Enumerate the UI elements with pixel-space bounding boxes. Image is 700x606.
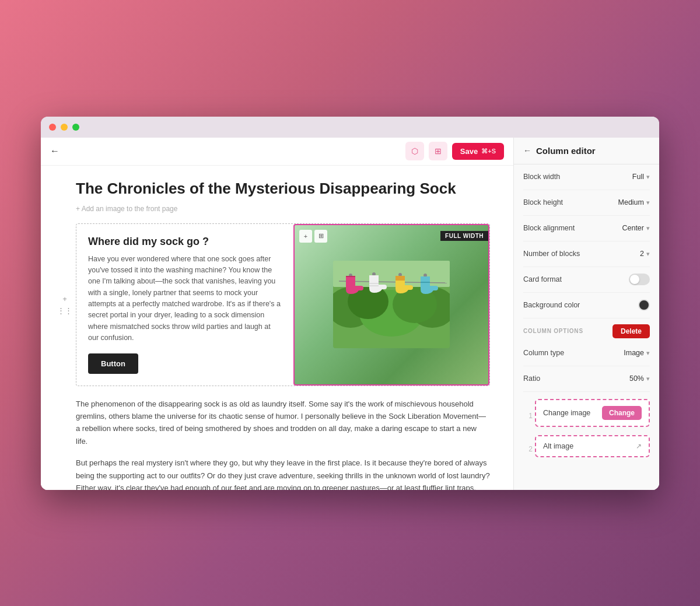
col-cta-button[interactable]: Button [88, 353, 138, 374]
block-alignment-value: Center [622, 224, 644, 232]
toggle-knob [630, 275, 639, 284]
panel-back-button[interactable]: ← [523, 146, 531, 155]
add-image-hint[interactable]: + Add an image to the front page [76, 205, 490, 213]
dot-maximize[interactable] [72, 124, 79, 131]
toolbar-left: ← [50, 146, 60, 156]
col-num-2: 2 [523, 443, 533, 453]
change-image-row: Change image Change [535, 399, 650, 427]
block-alignment-label: Block alignment [523, 224, 575, 232]
grid-button[interactable]: ⊞ [429, 142, 447, 160]
ratio-value: 50% [629, 374, 644, 383]
card-format-toggle[interactable] [629, 274, 650, 285]
bg-color-row: Background color [523, 293, 650, 318]
block-height-row: Block height Medium ▾ [523, 190, 650, 216]
alt-image-row-wrapper: 2 Alt image ↗ [514, 433, 659, 463]
image-fields-section: 1 Change image Change 2 Alt image ↗ [514, 392, 659, 468]
ratio-chevron-icon: ▾ [646, 375, 650, 383]
ratio-label: Ratio [523, 374, 540, 383]
num-blocks-select[interactable]: 2 ▾ [640, 250, 650, 258]
external-link-button[interactable]: ⬡ [405, 142, 424, 160]
browser-content: ← ⬡ ⊞ Save ⌘+S The Chronicle [41, 138, 659, 490]
col-options-rows: Column type Image ▾ Ratio 50% ▾ [514, 341, 659, 392]
col-heading: Where did my sock go ? [88, 236, 282, 248]
num-blocks-value: 2 [640, 250, 644, 258]
block-height-chevron-icon: ▾ [646, 199, 650, 206]
save-button[interactable]: Save ⌘+S [452, 143, 504, 160]
block-width-value: Full [632, 173, 644, 181]
column-type-row: Column type Image ▾ [523, 341, 650, 366]
panel-fields-section: Block width Full ▾ Block height Medium ▾ [514, 164, 659, 318]
ratio-select[interactable]: 50% ▾ [629, 374, 650, 383]
block-width-label: Block width [523, 173, 560, 181]
bg-color-swatch[interactable] [638, 299, 650, 311]
save-label: Save [460, 147, 478, 156]
external-link-icon: ⬡ [411, 146, 418, 156]
editor-toolbar: ← ⬡ ⊞ Save ⌘+S [41, 138, 513, 166]
column-type-select[interactable]: Image ▾ [624, 349, 650, 357]
col-num-1: 1 [523, 409, 533, 420]
card-format-row: Card format [523, 267, 650, 293]
panel-title: Column editor [536, 146, 596, 156]
column-options-header: COLUMN OPTIONS Delete [514, 318, 659, 341]
grid-icon: ⊞ [435, 146, 442, 156]
block-alignment-chevron-icon: ▾ [646, 225, 650, 232]
block-alignment-row: Block alignment Center ▾ [523, 216, 650, 241]
col-body: Have you ever wondered where that one so… [88, 254, 282, 344]
browser-titlebar [41, 117, 659, 138]
toolbar-right: ⬡ ⊞ Save ⌘+S [405, 142, 504, 160]
num-blocks-row: Number of blocks 2 ▾ [523, 241, 650, 267]
num-blocks-chevron-icon: ▾ [646, 250, 650, 258]
article-para-2: But perhaps the real mystery isn't where… [76, 457, 490, 489]
block-height-label: Block height [523, 198, 563, 206]
column-editor-panel: ← Column editor Block width Full ▾ Block… [513, 138, 659, 490]
article-para-1: The phenomenon of the disappearing sock … [76, 398, 490, 448]
editor-main: ← ⬡ ⊞ Save ⌘+S The Chronicle [41, 138, 513, 490]
block-controls: + ⋮⋮ [60, 294, 69, 315]
ratio-row: Ratio 50% ▾ [523, 366, 650, 392]
image-overlay-buttons: + ⊞ [299, 230, 327, 243]
block-width-select[interactable]: Full ▾ [632, 173, 650, 181]
col-text-content: Where did my sock go ? Have you ever won… [88, 236, 282, 353]
drag-handle[interactable]: ⋮⋮ [60, 306, 69, 315]
column-type-label: Column type [523, 349, 564, 357]
save-shortcut: ⌘+S [481, 148, 496, 155]
editor-body: The Chronicles of the Mysterious Disappe… [41, 166, 513, 490]
col-image[interactable]: FULL WIDTH + ⊞ [293, 224, 489, 386]
image-settings-button[interactable]: ⊞ [314, 230, 327, 243]
num-blocks-label: Number of blocks [523, 250, 580, 258]
block-height-select[interactable]: Medium ▾ [618, 198, 650, 206]
full-width-badge: FULL WIDTH [440, 231, 488, 241]
dot-minimize[interactable] [61, 124, 68, 131]
card-format-label: Card format [523, 275, 562, 283]
alt-image-row: Alt image ↗ [535, 435, 650, 457]
add-block-button[interactable]: + [60, 294, 69, 303]
browser-window: ← ⬡ ⊞ Save ⌘+S The Chronicle [41, 117, 659, 490]
back-button[interactable]: ← [50, 146, 60, 156]
bg-color-label: Background color [523, 301, 580, 309]
alt-image-label: Alt image [543, 442, 573, 450]
column-type-value: Image [624, 349, 644, 357]
alt-image-icon: ↗ [636, 442, 642, 450]
column-type-chevron-icon: ▾ [646, 349, 650, 357]
image-add-button[interactable]: + [299, 230, 312, 243]
block-width-chevron-icon: ▾ [646, 173, 650, 181]
panel-header: ← Column editor [514, 138, 659, 164]
change-image-label: Change image [543, 409, 590, 417]
dot-close[interactable] [49, 124, 56, 131]
block-alignment-select[interactable]: Center ▾ [622, 224, 650, 232]
socks-illustration [333, 261, 450, 348]
change-image-row-wrapper: 1 Change image Change [514, 397, 659, 433]
delete-column-button[interactable]: Delete [612, 324, 650, 338]
change-image-button[interactable]: Change [602, 406, 642, 420]
column-options-label: COLUMN OPTIONS [523, 328, 583, 334]
block-height-value: Medium [618, 198, 644, 206]
two-col-block: + ⋮⋮ Where did my sock go ? Have you eve… [76, 223, 490, 386]
block-width-row: Block width Full ▾ [523, 164, 650, 190]
col-text: Where did my sock go ? Have you ever won… [76, 224, 293, 386]
page-title: The Chronicles of the Mysterious Disappe… [76, 180, 490, 198]
